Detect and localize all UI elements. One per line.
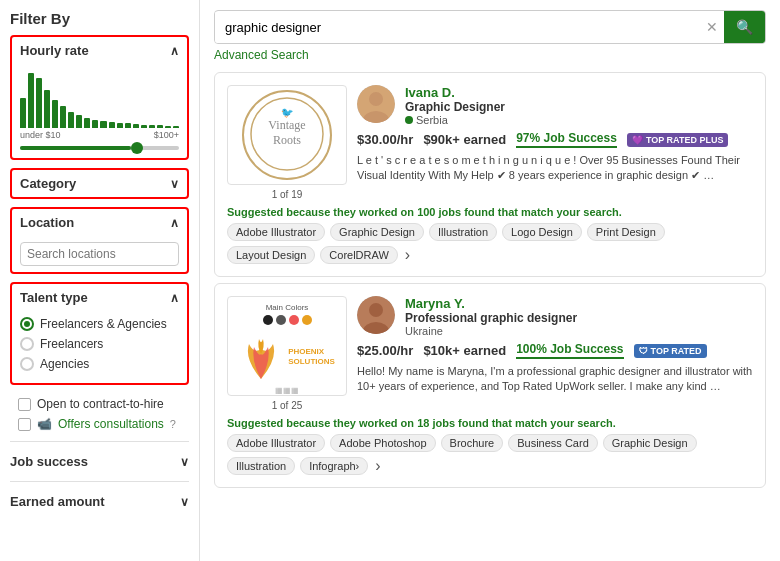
online-dot-1 [405, 116, 413, 124]
bar-12 [109, 122, 115, 128]
consultations-checkbox[interactable] [18, 418, 31, 431]
avatar-svg-1 [357, 85, 395, 123]
suggested-2: Suggested because they worked on 18 jobs… [227, 417, 753, 429]
suggested-text-1: Suggested because they worked on [227, 206, 414, 218]
talent-type-header[interactable]: Talent type ∧ [12, 284, 187, 311]
tags-2: Adobe Illustrator Adobe Photoshop Brochu… [227, 434, 753, 475]
radio-agencies[interactable] [20, 357, 34, 371]
suggested-count-1: 100 jobs found that match your search. [417, 206, 622, 218]
job-success-1: 97% Job Success [516, 131, 617, 148]
freelancer-card-1: Vintage Roots 🐦 1 of 19 [214, 72, 766, 277]
search-input[interactable] [215, 12, 700, 43]
tag-business-card-2[interactable]: Business Card [508, 434, 598, 452]
tag-adobe-illustrator-2[interactable]: Adobe Illustrator [227, 434, 325, 452]
stats-row-1: $30.00/hr $90k+ earned 97% Job Success 💜… [357, 131, 753, 148]
talent-type-chevron: ∧ [170, 291, 179, 305]
talent-option-agencies[interactable]: Agencies [20, 357, 179, 371]
avatar-1 [357, 85, 395, 123]
chart-bars [20, 68, 179, 128]
vintage-svg: Vintage Roots 🐦 [247, 94, 327, 174]
bar-20 [173, 126, 179, 128]
tag-coreldraw-1[interactable]: CorelDRAW [320, 246, 398, 264]
earned-amount-section: Earned amount ∨ [10, 481, 189, 521]
earned-amount-label: Earned amount [10, 494, 105, 509]
search-clear-icon[interactable]: ✕ [700, 19, 724, 35]
tag-print-design-1[interactable]: Print Design [587, 223, 665, 241]
talent-option-freelancers[interactable]: Freelancers [20, 337, 179, 351]
category-header[interactable]: Category ∨ [12, 170, 187, 197]
rate-1: $30.00/hr [357, 132, 413, 147]
contract-option[interactable]: Open to contract-to-hire [18, 397, 181, 411]
advanced-search-link[interactable]: Advanced Search [214, 48, 766, 62]
color-black [263, 315, 273, 325]
card-logo-area-1: Vintage Roots 🐦 1 of 19 [227, 85, 347, 200]
job-success-header[interactable]: Job success ∨ [10, 450, 189, 473]
search-button[interactable]: 🔍 [724, 11, 765, 43]
bar-7 [68, 112, 74, 128]
contract-checkbox[interactable] [18, 398, 31, 411]
earned-amount-chevron: ∨ [180, 495, 189, 509]
color-orange [302, 315, 312, 325]
slider-fill [20, 146, 131, 150]
card-info-2: Maryna Y. Professional graphic designer … [357, 296, 753, 411]
suggested-1: Suggested because they worked on 100 job… [227, 206, 753, 218]
freelancer-name-1: Ivana D. [405, 85, 753, 100]
earned-amount-header[interactable]: Earned amount ∨ [10, 490, 189, 513]
avatar-svg-2 [357, 296, 395, 334]
job-success-2: 100% Job Success [516, 342, 623, 359]
tag-illustration-1[interactable]: Illustration [429, 223, 497, 241]
more-tags-button-2[interactable]: › [373, 457, 382, 475]
card-logo-2: Main Colors [227, 296, 347, 396]
phoenix-svg [239, 329, 284, 384]
svg-point-5 [369, 92, 383, 106]
badge-icon-1: 💜 [632, 135, 643, 145]
chart-labels: under $10 $100+ [20, 130, 179, 140]
vintage-circle: Vintage Roots 🐦 [242, 90, 332, 180]
more-tags-button-1[interactable]: › [403, 246, 412, 264]
tag-adobe-illustrator-1[interactable]: Adobe Illustrator [227, 223, 325, 241]
talent-option-all[interactable]: Freelancers & Agencies [20, 317, 179, 331]
tag-illustration-2[interactable]: Illustration [227, 457, 295, 475]
location-header[interactable]: Location ∧ [12, 209, 187, 236]
color-circles [263, 315, 312, 325]
tag-graphic-design-2[interactable]: Graphic Design [603, 434, 697, 452]
tag-logo-design-1[interactable]: Logo Design [502, 223, 582, 241]
bar-4 [44, 90, 50, 128]
tag-infograph-2[interactable]: Infograph› [300, 457, 368, 475]
hourly-rate-label: Hourly rate [20, 43, 89, 58]
job-success-label: Job success [10, 454, 88, 469]
slider-track [20, 146, 179, 150]
slider-thumb[interactable] [131, 142, 143, 154]
badge-top-rated-plus-1: 💜 TOP RATED PLUS [627, 133, 729, 147]
talent-type-section: Talent type ∧ Freelancers & Agencies Fre… [10, 282, 189, 385]
tag-layout-design-1[interactable]: Layout Design [227, 246, 315, 264]
tag-brochure-2[interactable]: Brochure [441, 434, 504, 452]
freelancer-location-1: Serbia [405, 114, 753, 126]
consultations-label: Offers consultations [58, 417, 164, 431]
tag-adobe-photoshop-2[interactable]: Adobe Photoshop [330, 434, 435, 452]
radio-freelancers[interactable] [20, 337, 34, 351]
hourly-rate-section: Hourly rate ∧ [10, 35, 189, 160]
grid-lines: ▦▦▦ [275, 386, 299, 395]
card-info-1: Ivana D. Graphic Designer Serbia $30.00/… [357, 85, 753, 200]
hourly-rate-chevron: ∧ [170, 44, 179, 58]
job-success-chevron: ∨ [180, 455, 189, 469]
freelancer-header-2: Maryna Y. Professional graphic designer … [357, 296, 753, 337]
hourly-rate-header[interactable]: Hourly rate ∧ [12, 37, 187, 64]
badge-label-1: TOP RATED PLUS [646, 135, 724, 145]
main-colors-label: Main Colors [266, 303, 309, 312]
job-success-section: Job success ∨ [10, 441, 189, 481]
card-logo-1: Vintage Roots 🐦 [227, 85, 347, 185]
avatar-2 [357, 296, 395, 334]
bar-10 [92, 120, 98, 128]
bar-2 [28, 73, 34, 128]
consultations-option[interactable]: 📹 Offers consultations ? [18, 417, 181, 431]
location-search-input[interactable] [20, 242, 179, 266]
bar-16 [141, 125, 147, 128]
card-inner-1: Vintage Roots 🐦 1 of 19 [227, 85, 753, 200]
tag-graphic-design-1[interactable]: Graphic Design [330, 223, 424, 241]
chart-max-label: $100+ [154, 130, 179, 140]
talent-option-all-label: Freelancers & Agencies [40, 317, 167, 331]
radio-all[interactable] [20, 317, 34, 331]
bar-3 [36, 78, 42, 128]
